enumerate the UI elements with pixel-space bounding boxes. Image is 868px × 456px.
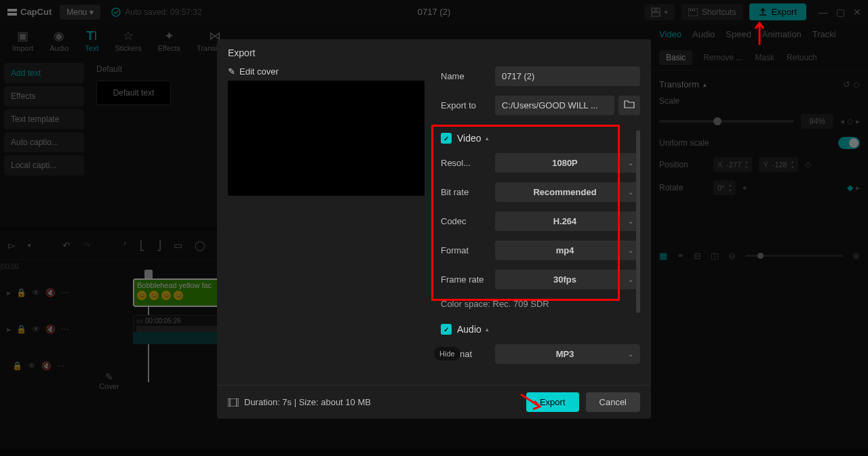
audio-section-label: Audio	[457, 324, 481, 335]
pencil-icon: ✎	[228, 66, 235, 77]
export-modal: Export ✎ Edit cover Name 0717 (2) Export…	[217, 39, 651, 419]
hide-tooltip: Hide	[434, 347, 460, 360]
export-to-row: Export to C:/Users/GOOD WILL ...	[441, 96, 640, 115]
chevron-down-icon: ⌄	[628, 217, 633, 225]
audio-format-row: nat MP3⌄	[441, 344, 640, 364]
video-section-label: Video	[457, 133, 481, 144]
modal-title: Export	[217, 39, 651, 66]
bitrate-label: Bit rate	[441, 187, 495, 197]
format-label: Format	[441, 245, 495, 255]
collapse-icon[interactable]: ▴	[486, 135, 489, 142]
chevron-down-icon: ⌄	[628, 247, 633, 254]
format-row: Format mp4⌄	[441, 241, 640, 260]
framerate-select[interactable]: 30fps⌄	[495, 270, 640, 289]
edit-cover-button[interactable]: ✎ Edit cover	[228, 66, 425, 77]
resolution-row: Resol... 1080P⌄	[441, 153, 640, 173]
export-path: C:/Users/GOOD WILL ...	[495, 96, 614, 115]
codec-label: Codec	[441, 216, 495, 226]
audio-section-header: ✓ Audio ▴	[441, 324, 640, 335]
export-to-label: Export to	[441, 100, 495, 110]
chevron-down-icon: ⌄	[628, 188, 633, 196]
settings-scrollbar[interactable]	[636, 130, 640, 313]
preview-box	[228, 81, 425, 196]
name-row: Name 0717 (2)	[441, 66, 640, 86]
video-section-header: ✓ Video ▴	[441, 133, 640, 144]
film-icon	[228, 398, 239, 407]
framerate-label: Frame rate	[441, 274, 495, 285]
duration-text: Duration: 7s | Size: about 10 MB	[244, 397, 371, 407]
video-checkbox[interactable]: ✓	[441, 133, 452, 144]
bitrate-row: Bit rate Recommended⌄	[441, 182, 640, 202]
codec-row: Codec H.264⌄	[441, 211, 640, 231]
modal-export-button[interactable]: Export	[526, 392, 579, 412]
browse-folder-button[interactable]	[618, 96, 640, 115]
framerate-row: Frame rate 30fps⌄	[441, 270, 640, 289]
bitrate-select[interactable]: Recommended⌄	[495, 182, 640, 202]
chevron-down-icon: ⌄	[628, 350, 633, 358]
color-space-text: Color space: Rec. 709 SDR	[441, 299, 640, 309]
codec-select[interactable]: H.264⌄	[495, 211, 640, 231]
resolution-select[interactable]: 1080P⌄	[495, 153, 640, 173]
svg-rect-10	[228, 398, 239, 407]
chevron-down-icon: ⌄	[628, 276, 633, 283]
name-label: Name	[441, 71, 495, 81]
collapse-icon[interactable]: ▴	[486, 326, 489, 333]
format-select[interactable]: mp4⌄	[495, 241, 640, 260]
preview-column: ✎ Edit cover	[228, 66, 425, 385]
modal-cancel-button[interactable]: Cancel	[586, 392, 640, 412]
resolution-label: Resol...	[441, 158, 495, 168]
chevron-down-icon: ⌄	[628, 159, 633, 167]
settings-column: Name 0717 (2) Export to C:/Users/GOOD WI…	[441, 66, 640, 385]
name-input[interactable]: 0717 (2)	[495, 66, 640, 86]
edit-cover-label: Edit cover	[239, 66, 279, 77]
audio-checkbox[interactable]: ✓	[441, 324, 452, 335]
modal-footer: Duration: 7s | Size: about 10 MB Export …	[217, 385, 651, 419]
folder-icon	[624, 100, 635, 109]
audio-format-select[interactable]: MP3⌄	[495, 344, 640, 364]
duration-info: Duration: 7s | Size: about 10 MB	[228, 397, 371, 407]
